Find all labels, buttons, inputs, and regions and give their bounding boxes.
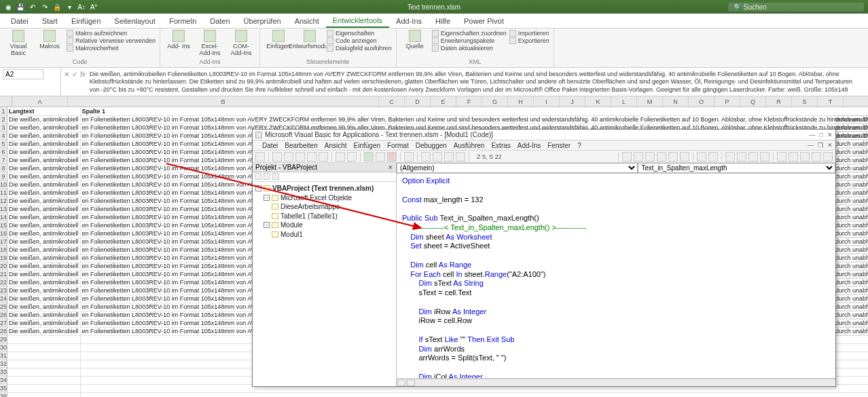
column-header-J[interactable]: J [560, 96, 585, 107]
vbe-tb-step-icon[interactable] [725, 152, 735, 162]
row-header[interactable]: 31 [0, 352, 7, 360]
column-header-A[interactable]: A [12, 96, 68, 107]
importieren-button[interactable]: Importieren [509, 30, 549, 37]
row-header[interactable]: 32 [0, 360, 7, 368]
vbe-tb-excel-icon[interactable] [255, 152, 265, 162]
row-header[interactable]: 34 [0, 376, 7, 384]
vbe-tb-callstack-icon[interactable] [800, 152, 810, 162]
column-header-C[interactable]: C [379, 96, 405, 107]
column-header-O[interactable]: O [689, 96, 715, 107]
tab-seitenlayout[interactable]: Seitenlayout [107, 15, 162, 27]
com-addins-button[interactable]: COM- Add-Ins [227, 30, 255, 57]
row-header[interactable]: 1 [0, 107, 7, 115]
vbe-menu-bearbeiten[interactable]: Bearbeiten [285, 142, 317, 149]
row-header[interactable]: 14 [0, 213, 7, 221]
formula-text[interactable]: Die weißen, antimikrobiellen Folienetike… [86, 69, 865, 94]
vbe-tb-stepout-icon[interactable] [748, 152, 758, 162]
vbe-tb-watch-icon[interactable] [777, 152, 786, 162]
column-header-Q[interactable]: Q [740, 96, 766, 107]
row-header[interactable]: 28 [0, 327, 7, 335]
dialog-button[interactable]: Dialogfeld ausführen [327, 45, 392, 52]
relative-verweise-button[interactable]: Relative Verweise verwenden [67, 37, 156, 44]
vbe-tb-design-icon[interactable] [404, 152, 414, 162]
row-header[interactable]: 22 [0, 278, 7, 286]
column-header-L[interactable]: L [611, 96, 637, 107]
column-header-K[interactable]: K [585, 96, 611, 107]
qat-autosave-icon[interactable]: ◉ [4, 3, 12, 11]
column-header-S[interactable]: S [792, 96, 818, 107]
row-header[interactable]: 29 [0, 335, 7, 343]
vbe-tb-break-icon[interactable] [376, 152, 385, 162]
row-header[interactable]: 13 [0, 205, 7, 213]
row-header[interactable]: 35 [0, 384, 7, 392]
row-header[interactable]: 2 [0, 115, 7, 124]
vbe-tb-clear-icon[interactable] [680, 152, 689, 162]
row-header[interactable]: 30 [0, 343, 7, 352]
row-header[interactable]: 20 [0, 262, 7, 270]
vbe-tb-quickwatch-icon[interactable] [789, 152, 798, 162]
tab-start[interactable]: Start [35, 15, 65, 27]
tab-entwicklertools[interactable]: Entwicklertools [326, 14, 389, 28]
row-header[interactable]: 9 [0, 172, 7, 181]
row-header[interactable]: 18 [0, 246, 7, 254]
qat-redo-icon[interactable]: ↷ [41, 3, 49, 11]
qat-undo-icon[interactable]: ↶ [29, 3, 37, 11]
row-header[interactable]: 19 [0, 254, 7, 262]
row-header[interactable]: 11 [0, 189, 7, 197]
addins-button[interactable]: Add- Ins [164, 30, 193, 50]
tab-datei[interactable]: Datei [4, 15, 35, 27]
vbe-menu-ausführen[interactable]: Ausführen [454, 142, 485, 149]
erweiterung-button[interactable]: Erweiterungspakete [432, 37, 507, 44]
tab-überprüfen[interactable]: Überprüfen [237, 15, 288, 27]
row-header[interactable]: 36 [0, 392, 7, 397]
name-box[interactable] [0, 68, 61, 96]
vbe-tb-redo-icon[interactable] [347, 152, 357, 162]
daten-akt-button[interactable]: Daten aktualisieren [432, 45, 507, 52]
vbe-tb-undo-icon[interactable] [336, 152, 345, 162]
row-header[interactable]: 8 [0, 164, 7, 172]
row-header[interactable]: 7 [0, 156, 7, 164]
vbe-menu-extras[interactable]: Extras [491, 142, 510, 149]
makro-aufzeichnen-button[interactable]: Makro aufzeichnen [67, 30, 156, 37]
column-header-P[interactable]: P [715, 96, 740, 107]
vbe-tb-indent-icon[interactable] [622, 152, 632, 162]
vbe-inner-restore-icon[interactable]: ❐ [818, 142, 823, 149]
vbe-menu-fenster[interactable]: Fenster [547, 142, 571, 149]
vbe-tb-outdent-icon[interactable] [634, 152, 643, 162]
entwurfsmodus-button[interactable]: Entwurfsmodus [295, 30, 324, 50]
vbe-menu-einfügen[interactable]: Einfügen [354, 142, 380, 149]
vbe-tb-reset-icon[interactable] [387, 152, 397, 162]
row-header[interactable]: 27 [0, 319, 7, 327]
row-header[interactable]: 25 [0, 303, 7, 311]
vbe-tb-next-icon[interactable] [657, 152, 666, 162]
excel-addins-button[interactable]: Excel- Add-Ins [196, 30, 224, 57]
vbe-tb-paste-icon[interactable] [307, 152, 317, 162]
tab-hilfe[interactable]: Hilfe [429, 15, 457, 27]
row-header[interactable]: 4 [0, 132, 7, 140]
row-header[interactable]: 15 [0, 221, 7, 229]
fx-icon[interactable]: fx [80, 71, 86, 78]
vbe-tb-uncomment-icon[interactable] [708, 152, 718, 162]
vbe-window[interactable]: Microsoft Visual Basic for Applications … [252, 129, 836, 387]
row-header[interactable]: 23 [0, 286, 7, 295]
vbe-project-close-icon[interactable]: ✕ [388, 164, 393, 171]
vbe-tb-run-icon[interactable] [364, 152, 374, 162]
vbe-tb-breakpoint-icon[interactable] [760, 152, 770, 162]
makros-button[interactable]: Makros [35, 30, 64, 50]
vbe-tb-toolbox-icon[interactable] [456, 152, 465, 162]
row-header[interactable]: 16 [0, 229, 7, 238]
qat-save-icon[interactable]: 💾 [16, 3, 24, 11]
row-header[interactable]: 17 [0, 238, 7, 246]
vbe-title-bar[interactable]: Microsoft Visual Basic for Applications … [253, 130, 835, 140]
row-header[interactable]: 5 [0, 140, 7, 148]
tab-ansicht[interactable]: Ansicht [288, 15, 326, 27]
vbe-fullview-icon[interactable] [397, 379, 405, 386]
tab-power pivot[interactable]: Power Pivot [457, 15, 511, 27]
visual-basic-button[interactable]: Visual Basic [4, 30, 33, 57]
vbe-inner-close-icon[interactable]: ✕ [827, 142, 833, 149]
vbe-menu-?[interactable]: ? [577, 142, 581, 149]
column-header-F[interactable]: F [456, 96, 482, 107]
vbe-tb-browser-icon[interactable] [444, 152, 454, 162]
row-header[interactable]: 3 [0, 124, 7, 132]
column-header-T[interactable]: T [818, 96, 844, 107]
